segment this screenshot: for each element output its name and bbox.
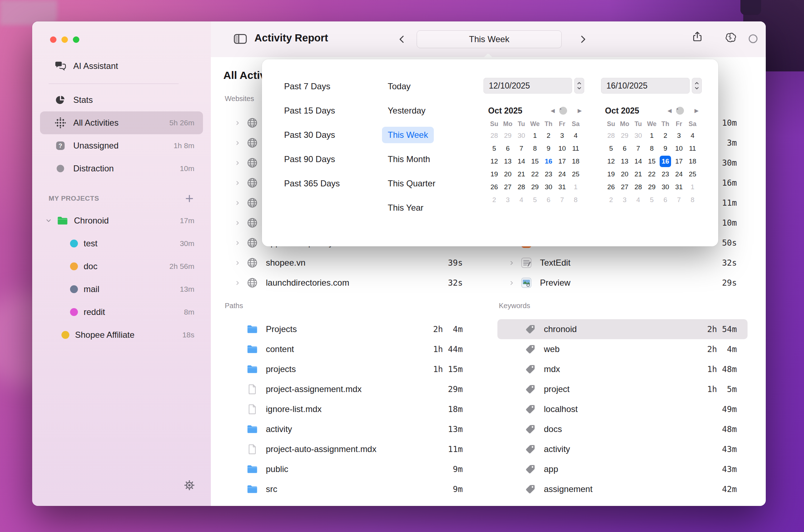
calendar-day[interactable]: 30 [515, 129, 528, 142]
calendar-day[interactable]: 2 [659, 129, 672, 142]
chevron-right-icon[interactable] [235, 260, 240, 266]
calendar-day[interactable]: 5 [645, 194, 659, 206]
start-date-stepper[interactable] [574, 78, 584, 94]
calendar-day[interactable]: 5 [604, 142, 618, 155]
calendar-day[interactable]: 30 [659, 181, 672, 194]
calendar-day[interactable]: 8 [528, 142, 542, 155]
chevron-right-icon[interactable] [235, 140, 240, 146]
start-date-field[interactable]: 12/10/2025 [483, 78, 572, 94]
calendar-day[interactable]: 8 [569, 194, 582, 206]
sidebar-project-shopee-affiliate[interactable]: Shopee Affiliate 18s [40, 323, 203, 346]
calendar-prev-icon[interactable]: ◀ [551, 107, 555, 114]
calendar-day[interactable]: 3 [672, 129, 686, 142]
calendar-day[interactable]: 13 [618, 155, 631, 168]
calendar-day[interactable]: 24 [555, 168, 569, 181]
sidebar-item-all-activities[interactable]: All Activities 5h 26m [40, 111, 203, 134]
calendar-day[interactable]: 3 [501, 194, 515, 206]
calendar-prev-icon[interactable]: ◀ [667, 107, 672, 114]
chevron-right-icon[interactable] [235, 280, 240, 286]
calendar-day[interactable]: 13 [501, 155, 515, 168]
calendar-day[interactable]: 20 [618, 168, 631, 181]
calendar-day[interactable]: 17 [555, 155, 569, 168]
quick-range-option[interactable]: Past 15 Days [284, 99, 340, 123]
calendar-day[interactable]: 9 [542, 142, 555, 155]
calendar-day[interactable]: 11 [569, 142, 582, 155]
calendar-day[interactable]: 3 [555, 129, 569, 142]
chevron-right-icon[interactable] [235, 120, 240, 126]
sidebar-project-item[interactable]: test 30m [40, 232, 203, 255]
chevron-right-icon[interactable] [235, 160, 240, 166]
calendar-day[interactable]: 10 [555, 142, 569, 155]
calendar-day[interactable]: 19 [487, 168, 501, 181]
calendar-day[interactable]: 22 [645, 168, 659, 181]
calendar-day[interactable]: 21 [515, 168, 528, 181]
calendar-day[interactable]: 20 [501, 168, 515, 181]
share-icon[interactable] [692, 31, 703, 44]
website-row[interactable]: launchdirectories.com 32s [223, 273, 463, 293]
calendar-day[interactable]: 8 [686, 194, 699, 206]
calendar-day[interactable]: 14 [631, 155, 645, 168]
calendar-day[interactable]: 4 [569, 129, 582, 142]
chevron-right-icon[interactable] [235, 180, 240, 186]
calendar-day[interactable]: 12 [604, 155, 618, 168]
sidebar-project-chronoid[interactable]: Chronoid 17m [40, 209, 203, 232]
calendar-day[interactable]: 6 [659, 194, 672, 206]
keyword-row[interactable]: web 2h 4m [497, 339, 748, 359]
relative-range-option[interactable]: This Year [388, 196, 441, 220]
website-row[interactable]: shopee.vn 39s [223, 253, 463, 273]
calendar-day[interactable]: 19 [604, 168, 618, 181]
calendar-day[interactable]: 26 [604, 181, 618, 194]
calendar-day[interactable]: 1 [569, 181, 582, 194]
sidebar-toggle-icon[interactable] [234, 34, 247, 46]
calendar-day[interactable]: 30 [542, 181, 555, 194]
path-row[interactable]: project-assignement.mdx 29m [223, 379, 463, 399]
end-date-stepper[interactable] [692, 78, 702, 94]
chevron-down-icon[interactable] [45, 218, 53, 224]
sidebar-item-ai-assistant[interactable]: AI Assistant [40, 55, 203, 77]
calendar-day[interactable]: 15 [645, 155, 659, 168]
path-row[interactable]: content 1h 44m [223, 339, 463, 359]
quick-range-option[interactable]: Past 90 Days [284, 147, 340, 171]
calendar-day[interactable]: 5 [528, 194, 542, 206]
calendar-day[interactable]: 7 [515, 142, 528, 155]
calendar-day[interactable]: 11 [686, 142, 699, 155]
sidebar-item-distraction[interactable]: Distraction 10m [40, 157, 203, 180]
calendar-day[interactable]: 28 [631, 181, 645, 194]
keyword-row[interactable]: chronoid 2h 54m [497, 319, 748, 339]
calendar-day[interactable]: 25 [569, 168, 582, 181]
sidebar-project-item[interactable]: mail 13m [40, 278, 203, 301]
settings-gear-icon[interactable] [183, 478, 196, 492]
date-range-button[interactable]: This Week [417, 30, 562, 48]
calendar-day[interactable]: 16 [542, 155, 555, 168]
calendar-day[interactable]: 31 [672, 181, 686, 194]
minimize-window-button[interactable] [61, 36, 68, 43]
relative-range-option[interactable]: Yesterday [388, 99, 441, 123]
calendar-day[interactable]: 7 [672, 194, 686, 206]
calendar-day[interactable]: 18 [569, 155, 582, 168]
calendar-next-icon[interactable]: ▶ [694, 107, 699, 114]
calendar-day[interactable]: 2 [604, 194, 618, 206]
calendar-day[interactable]: 2 [487, 194, 501, 206]
keyword-row[interactable]: docs 48m [497, 419, 748, 439]
calendar-day[interactable]: 25 [686, 168, 699, 181]
calendar-day[interactable]: 7 [631, 142, 645, 155]
calendar-day[interactable]: 2 [542, 129, 555, 142]
sidebar-item-stats[interactable]: Stats [40, 89, 203, 111]
calendar-day[interactable]: 28 [515, 181, 528, 194]
relative-range-option[interactable]: This Week [388, 123, 441, 147]
chevron-right-icon[interactable] [509, 260, 514, 266]
keyword-row[interactable]: activity 43m [497, 439, 748, 459]
sidebar-project-item[interactable]: reddit 8m [40, 301, 203, 323]
sidebar-item-unassigned[interactable]: ? Unassigned 1h 8m [40, 134, 203, 157]
path-row[interactable]: project-auto-assignment.mdx 11m [223, 439, 463, 459]
previous-period-button[interactable] [397, 35, 407, 45]
path-row[interactable]: projects 1h 15m [223, 359, 463, 379]
calendar-next-icon[interactable]: ▶ [577, 107, 582, 114]
calendar-day[interactable]: 29 [528, 181, 542, 194]
calendar-day[interactable]: 23 [542, 168, 555, 181]
zoom-window-button[interactable] [73, 36, 79, 43]
keyword-row[interactable]: localhost 49m [497, 399, 748, 419]
chevron-right-icon[interactable] [235, 200, 240, 206]
calendar-day[interactable]: 26 [487, 181, 501, 194]
calendar-day[interactable]: 30 [631, 129, 645, 142]
